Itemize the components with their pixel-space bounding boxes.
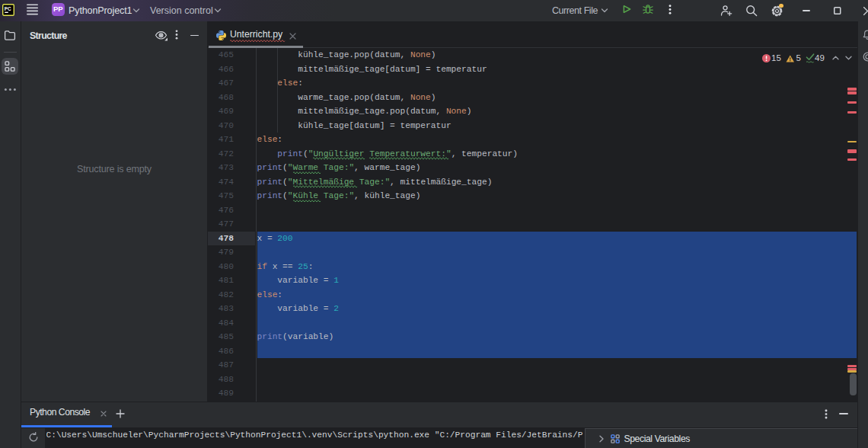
svg-text:PC: PC [5, 5, 11, 11]
